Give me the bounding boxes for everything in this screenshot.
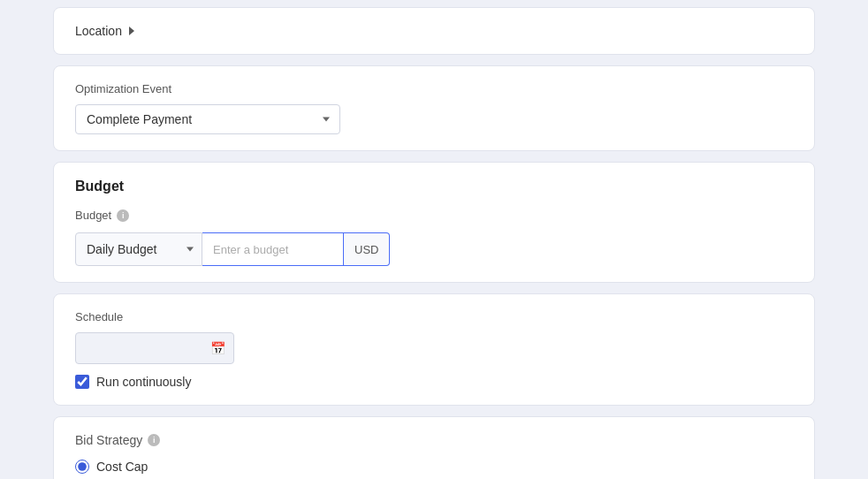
schedule-label: Schedule bbox=[75, 310, 793, 323]
budget-type-select-wrapper: Daily Budget Lifetime Budget bbox=[75, 232, 202, 266]
run-continuously-label[interactable]: Run continuously bbox=[96, 375, 191, 389]
schedule-date-wrapper: 📅 bbox=[75, 332, 234, 364]
budget-inputs-group: Daily Budget Lifetime Budget USD bbox=[75, 232, 793, 266]
optimization-event-label: Optimization Event bbox=[75, 82, 793, 95]
bid-strategy-title: Bid Strategy bbox=[75, 433, 142, 447]
bid-strategy-info-icon: i bbox=[148, 434, 160, 446]
calendar-icon[interactable]: 📅 bbox=[210, 341, 225, 355]
cost-cap-radio[interactable] bbox=[75, 460, 89, 474]
cost-cap-row: Cost Cap bbox=[75, 460, 793, 474]
bid-strategy-header: Bid Strategy i bbox=[75, 433, 793, 447]
optimization-event-select-wrapper: Complete Payment Add to Cart View Conten… bbox=[75, 104, 340, 134]
budget-amount-input[interactable] bbox=[202, 232, 344, 266]
schedule-section: Schedule 📅 Run continuously bbox=[53, 293, 815, 406]
location-chevron-icon bbox=[129, 27, 134, 35]
budget-currency-label: USD bbox=[344, 232, 390, 266]
budget-section: Budget Budget i Daily Budget Lifetime Bu… bbox=[53, 162, 815, 283]
budget-field-label: Budget bbox=[75, 209, 111, 222]
budget-type-select[interactable]: Daily Budget Lifetime Budget bbox=[75, 232, 202, 266]
optimization-event-section: Optimization Event Complete Payment Add … bbox=[53, 65, 815, 151]
location-label: Location bbox=[75, 24, 122, 38]
optimization-event-select[interactable]: Complete Payment Add to Cart View Conten… bbox=[75, 104, 340, 134]
location-section[interactable]: Location bbox=[53, 7, 815, 55]
run-continuously-row: Run continuously bbox=[75, 375, 793, 389]
budget-title: Budget bbox=[75, 179, 793, 194]
cost-cap-label[interactable]: Cost Cap bbox=[96, 460, 148, 474]
budget-info-icon: i bbox=[117, 209, 129, 222]
bid-strategy-section: Bid Strategy i Cost Cap USD/Complete Pay… bbox=[53, 416, 815, 479]
run-continuously-checkbox[interactable] bbox=[75, 375, 89, 389]
budget-label-row: Budget i bbox=[75, 209, 793, 222]
